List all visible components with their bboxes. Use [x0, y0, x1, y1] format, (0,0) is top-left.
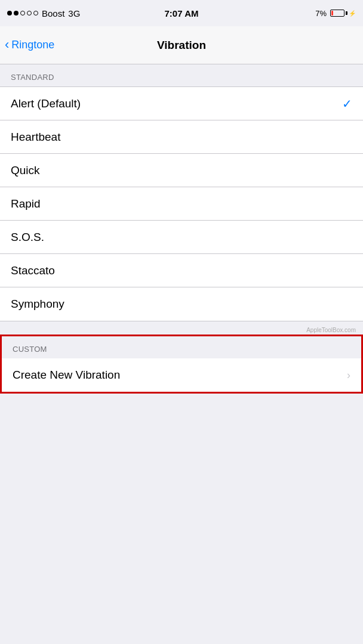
- status-time: 7:07 AM: [165, 8, 199, 18]
- signal-dot-5: [33, 11, 38, 16]
- list-item[interactable]: Rapid: [0, 187, 363, 221]
- item-label-heartbeat: Heartbeat: [11, 131, 60, 144]
- list-item[interactable]: Staccato: [0, 254, 363, 287]
- list-item[interactable]: Alert (Default) ✓: [0, 87, 363, 120]
- charging-bolt-icon: ⚡: [349, 10, 356, 17]
- content-area: STANDARD Alert (Default) ✓ Heartbeat Qui…: [0, 64, 363, 394]
- item-label-create-vibration: Create New Vibration: [13, 369, 120, 382]
- list-item[interactable]: Quick: [0, 154, 363, 187]
- list-item[interactable]: Heartbeat: [0, 120, 363, 154]
- chevron-left-icon: ‹: [5, 38, 9, 51]
- battery-icon: ⚡: [330, 10, 356, 17]
- item-label-quick: Quick: [11, 164, 40, 177]
- signal-dot-2: [14, 11, 19, 16]
- back-button[interactable]: ‹ Ringtone: [5, 39, 54, 51]
- watermark: AppleToolBox.com: [306, 327, 356, 333]
- custom-section: CUSTOM Create New Vibration ›: [2, 336, 361, 392]
- signal-dot-3: [20, 11, 25, 16]
- battery-fill: [331, 11, 333, 16]
- battery-body: [330, 10, 344, 17]
- custom-section-highlight: CUSTOM Create New Vibration ›: [0, 335, 363, 394]
- carrier-name: Boost: [42, 8, 64, 18]
- section-gap: AppleToolBox.com: [0, 321, 363, 335]
- standard-list: Alert (Default) ✓ Heartbeat Quick Rapid …: [0, 86, 363, 321]
- chevron-right-icon: ›: [347, 369, 350, 382]
- list-item[interactable]: Symphony: [0, 287, 363, 321]
- signal-dot-1: [7, 11, 12, 16]
- back-button-label: Ringtone: [11, 39, 54, 51]
- page-title: Vibration: [157, 39, 206, 52]
- battery-percent: 7%: [315, 9, 327, 18]
- battery-tip: [346, 11, 347, 15]
- item-label-sos: S.O.S.: [11, 231, 44, 244]
- status-bar: Boost 3G 7:07 AM 7% ⚡: [0, 0, 363, 26]
- custom-section-header: CUSTOM: [2, 336, 361, 358]
- network-type: 3G: [68, 8, 80, 18]
- item-label-alert: Alert (Default): [11, 97, 81, 110]
- create-new-vibration-item[interactable]: Create New Vibration ›: [2, 358, 361, 392]
- navigation-bar: ‹ Ringtone Vibration: [0, 26, 363, 64]
- standard-section: STANDARD Alert (Default) ✓ Heartbeat Qui…: [0, 64, 363, 321]
- status-right: 7% ⚡: [315, 9, 356, 18]
- standard-section-header: STANDARD: [0, 64, 363, 86]
- item-label-symphony: Symphony: [11, 298, 64, 311]
- custom-list: Create New Vibration ›: [2, 358, 361, 392]
- item-label-staccato: Staccato: [11, 264, 55, 277]
- signal-dot-4: [27, 11, 32, 16]
- checkmark-icon: ✓: [342, 97, 352, 111]
- signal-dots: [7, 11, 38, 16]
- list-item[interactable]: S.O.S.: [0, 221, 363, 254]
- item-label-rapid: Rapid: [11, 197, 41, 210]
- status-left: Boost 3G: [7, 8, 80, 18]
